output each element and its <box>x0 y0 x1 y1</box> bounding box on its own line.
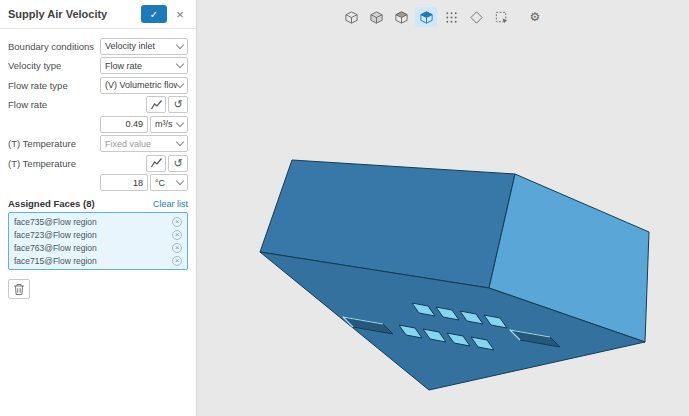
face-name: face735@Flow region <box>14 217 97 227</box>
flow-rate-label: Flow rate <box>8 99 47 110</box>
temperature-unit-select[interactable]: °C <box>150 174 188 191</box>
chevron-down-icon <box>176 138 184 146</box>
select-surfaces-button[interactable] <box>415 7 437 27</box>
cube-face-icon <box>394 10 409 25</box>
cube-face-active-icon <box>419 10 434 25</box>
boundary-conditions-label: Boundary conditions <box>8 41 94 52</box>
remove-face-button[interactable]: × <box>172 217 182 227</box>
selection-toolbar: ⚙ <box>340 7 546 27</box>
select-faces-button[interactable] <box>390 7 412 27</box>
reset-flow-rate-button[interactable]: ↺ <box>168 96 188 113</box>
line-chart-icon <box>150 157 163 169</box>
flow-rate-type-select[interactable]: (V) Volumetric flow <box>100 77 188 94</box>
assigned-face-item[interactable]: face763@Flow region × <box>9 241 187 254</box>
undo-icon: ↺ <box>173 158 182 169</box>
select-solids-button[interactable] <box>365 7 387 27</box>
assigned-face-item[interactable]: face735@Flow region × <box>9 215 187 228</box>
temperature-type-row: (T) Temperature Fixed value <box>8 135 188 152</box>
chevron-down-icon <box>176 40 184 48</box>
formula-table-button[interactable] <box>146 96 166 113</box>
flow-rate-type-label: Flow rate type <box>8 80 68 91</box>
flow-rate-unit-select[interactable]: m³/s <box>150 116 188 133</box>
face-name: face723@Flow region <box>14 230 97 240</box>
flow-rate-value-group: m³/s <box>100 116 188 133</box>
temperature-tools: ↺ <box>146 155 188 172</box>
velocity-type-label: Velocity type <box>8 60 61 71</box>
chevron-down-icon <box>176 118 184 126</box>
select-shells-button[interactable] <box>465 7 487 27</box>
cube-solid-icon <box>369 10 384 25</box>
boundary-conditions-value: Velocity inlet <box>105 41 155 51</box>
remove-face-button[interactable]: × <box>172 230 182 240</box>
select-vertices-button[interactable] <box>440 7 462 27</box>
select-volumes-button[interactable] <box>340 7 362 27</box>
assigned-faces-header: Assigned Faces (8) Clear list <box>8 198 188 209</box>
velocity-type-row: Velocity type Flow rate <box>8 57 188 74</box>
undo-icon: ↺ <box>173 99 182 110</box>
flow-rate-input[interactable] <box>100 116 148 133</box>
temperature-type-label: (T) Temperature <box>8 138 76 149</box>
vertex-grid-icon <box>444 10 459 25</box>
clear-list-link[interactable]: Clear list <box>153 199 188 209</box>
temperature-unit: °C <box>155 178 165 188</box>
temperature-input[interactable] <box>100 174 148 191</box>
chevron-down-icon <box>176 177 184 185</box>
temperature-type-select[interactable]: Fixed value <box>100 135 188 152</box>
velocity-type-select[interactable]: Flow rate <box>100 57 188 74</box>
flow-rate-type-row: Flow rate type (V) Volumetric flow <box>8 77 188 94</box>
gear-icon: ⚙ <box>530 11 541 23</box>
remove-face-button[interactable]: × <box>172 256 182 266</box>
application-window: Supply Air Velocity ✓ × Boundary conditi… <box>0 0 689 416</box>
temperature-value-group: °C <box>100 174 188 191</box>
formula-table-button[interactable] <box>146 155 166 172</box>
chevron-down-icon <box>176 60 184 68</box>
confirm-button[interactable]: ✓ <box>141 5 167 23</box>
velocity-type-value: Flow rate <box>105 61 142 71</box>
boundary-conditions-row: Boundary conditions Velocity inlet <box>8 38 188 55</box>
chevron-down-icon <box>176 79 184 87</box>
selection-settings-button[interactable]: ⚙ <box>524 7 546 27</box>
reset-temperature-button[interactable]: ↺ <box>168 155 188 172</box>
panel-body: Boundary conditions Velocity inlet Veloc… <box>0 29 196 270</box>
flow-rate-row: Flow rate ↺ <box>8 96 188 113</box>
boundary-conditions-select[interactable]: Velocity inlet <box>100 38 188 55</box>
boundary-condition-panel: Supply Air Velocity ✓ × Boundary conditi… <box>0 0 197 416</box>
assigned-faces-title: Assigned Faces (8) <box>8 198 95 209</box>
assigned-face-item[interactable]: face723@Flow region × <box>9 228 187 241</box>
temperature-label: (T) Temperature <box>8 158 76 169</box>
face-name: face763@Flow region <box>14 243 97 253</box>
viewport-canvas[interactable] <box>197 0 689 416</box>
temperature-value-row: °C <box>8 174 188 191</box>
panel-header: Supply Air Velocity ✓ × <box>0 0 196 29</box>
remove-face-button[interactable]: × <box>172 243 182 253</box>
panel-title: Supply Air Velocity <box>8 8 136 20</box>
line-chart-icon <box>150 99 163 111</box>
flow-rate-unit: m³/s <box>155 119 173 129</box>
cube-outline-icon <box>344 10 359 25</box>
assigned-faces-list: face735@Flow region × face723@Flow regio… <box>8 212 188 270</box>
trash-icon <box>13 283 25 296</box>
face-name: face715@Flow region <box>14 256 97 266</box>
box-select-icon <box>494 10 509 25</box>
flow-rate-tools: ↺ <box>146 96 188 113</box>
temperature-type-value: Fixed value <box>105 139 151 149</box>
assigned-face-item[interactable]: face715@Flow region × <box>9 254 187 267</box>
box-select-button[interactable] <box>490 7 512 27</box>
delete-selection-button[interactable] <box>8 279 30 299</box>
flow-rate-type-value: (V) Volumetric flow <box>105 80 177 90</box>
flow-rate-value-row: m³/s <box>8 116 188 133</box>
temperature-row: (T) Temperature ↺ <box>8 155 188 172</box>
viewport: ⚙ <box>197 0 689 416</box>
close-button[interactable]: × <box>172 6 188 22</box>
diamond-icon <box>469 10 484 25</box>
